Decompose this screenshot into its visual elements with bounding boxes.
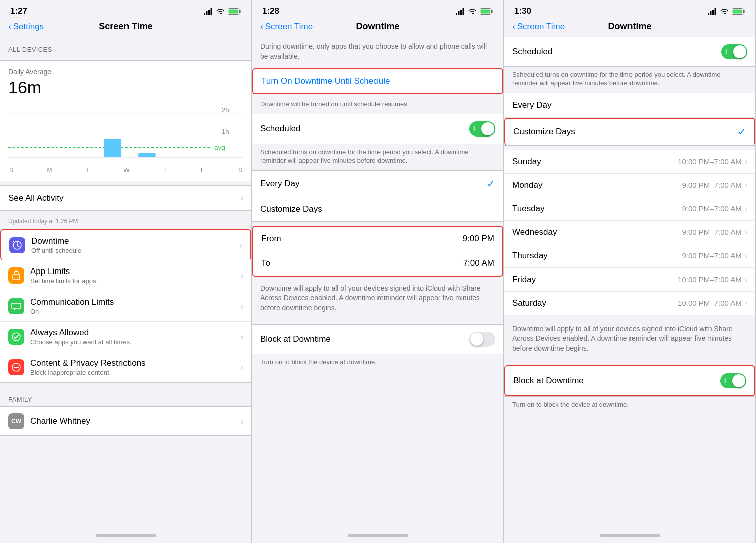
battery-icon bbox=[228, 8, 241, 15]
day-row-thursday[interactable]: Thursday 9:00 PM–7:00 AM › bbox=[504, 244, 755, 268]
back-button-1[interactable]: ‹ Settings bbox=[8, 22, 44, 32]
to-row[interactable]: To 7:00 AM bbox=[253, 251, 502, 276]
day-name-saturday: Saturday bbox=[512, 298, 546, 308]
to-label: To bbox=[261, 258, 270, 268]
back-button-2[interactable]: ‹ Screen Time bbox=[260, 22, 313, 32]
family-member-item[interactable]: CW Charlie Whitney › bbox=[0, 407, 251, 435]
day-name-sunday: Sunday bbox=[512, 157, 541, 167]
always-allowed-title: Always Allowed bbox=[30, 328, 236, 338]
home-bar-3 bbox=[600, 534, 660, 537]
panel-screen-time: 1:27 ‹ Set bbox=[0, 0, 252, 543]
day-name-tuesday: Tuesday bbox=[512, 204, 545, 214]
day-row-friday[interactable]: Friday 10:00 PM–7:00 AM › bbox=[504, 268, 755, 292]
every-day-option[interactable]: Every Day ✓ bbox=[252, 171, 503, 197]
downtime-text: Downtime Off until schedule bbox=[31, 236, 235, 254]
downtime-title: Downtime bbox=[31, 236, 235, 246]
day-row-sunday[interactable]: Sunday 10:00 PM–7:00 AM › bbox=[504, 150, 755, 174]
family-member-text: Charlie Whitney bbox=[30, 416, 236, 426]
every-day-option-3[interactable]: Every Day bbox=[504, 93, 755, 118]
content-privacy-icon bbox=[8, 359, 24, 375]
nav-bar-3: ‹ Screen Time Downtime bbox=[504, 19, 755, 37]
day-time-thursday: 9:00 PM–7:00 AM bbox=[682, 251, 741, 260]
content-3: Scheduled I Scheduled turns on downtime … bbox=[504, 37, 755, 528]
svg-rect-3 bbox=[211, 8, 212, 15]
day-name-wednesday: Wednesday bbox=[512, 227, 557, 237]
block-group-3: Block at Downtime I bbox=[504, 365, 755, 397]
comm-icon-svg bbox=[11, 302, 21, 310]
svg-text:2h: 2h bbox=[222, 106, 229, 113]
daily-avg-label: Daily Average bbox=[8, 68, 243, 76]
daily-avg-section: Daily Average 16m 2h 1h avg bbox=[0, 60, 251, 181]
status-icons-2 bbox=[456, 8, 493, 15]
see-all-activity[interactable]: See All Activity › bbox=[0, 185, 251, 211]
day-chevron-monday: › bbox=[745, 181, 747, 190]
day-time-wednesday: 9:00 PM–7:00 AM bbox=[682, 228, 741, 236]
svg-rect-17 bbox=[13, 275, 20, 280]
back-label-2[interactable]: Screen Time bbox=[265, 22, 313, 32]
home-bar-1 bbox=[96, 534, 156, 537]
day-row-monday[interactable]: Monday 9:00 PM–7:00 AM › bbox=[504, 174, 755, 197]
back-label-3[interactable]: Screen Time bbox=[517, 22, 565, 32]
block-toggle-3[interactable]: I bbox=[720, 373, 746, 388]
svg-rect-30 bbox=[712, 10, 714, 15]
comm-limits-item[interactable]: Communication Limits On › bbox=[0, 291, 251, 322]
status-time-3: 1:30 bbox=[514, 6, 531, 16]
block-toggle-2[interactable] bbox=[469, 332, 495, 347]
scheduled-row-3[interactable]: Scheduled I bbox=[504, 37, 755, 66]
status-icons-3 bbox=[708, 8, 745, 15]
content-privacy-text: Content & Privacy Restrictions Block ina… bbox=[30, 358, 236, 376]
turn-on-downtime-btn[interactable]: Turn On Downtime Until Schedule bbox=[252, 68, 503, 94]
status-time-1: 1:27 bbox=[10, 6, 27, 16]
from-value: 9:00 PM bbox=[463, 234, 494, 244]
scheduled-label-3: Scheduled bbox=[512, 47, 552, 57]
svg-rect-2 bbox=[208, 10, 210, 15]
nav-title-2: Downtime bbox=[356, 21, 399, 32]
app-limits-chevron: › bbox=[240, 270, 243, 281]
from-label: From bbox=[261, 234, 281, 244]
app-limits-item[interactable]: App Limits Set time limits for apps. › bbox=[0, 260, 251, 291]
signal-icon-2 bbox=[456, 8, 465, 15]
home-indicator-2 bbox=[252, 528, 503, 543]
section-label-all-devices: ALL DEVICES bbox=[0, 37, 251, 56]
from-row[interactable]: From 9:00 PM bbox=[253, 227, 502, 251]
turn-on-note: Downtime will be turned on until schedul… bbox=[252, 98, 503, 114]
content-privacy-chevron: › bbox=[240, 362, 243, 373]
block-row-2[interactable]: Block at Downtime bbox=[252, 325, 503, 354]
back-label-1[interactable]: Settings bbox=[13, 22, 44, 32]
day-row-tuesday[interactable]: Tuesday 9:00 PM–7:00 AM › bbox=[504, 197, 755, 221]
scheduled-row[interactable]: Scheduled I bbox=[252, 114, 503, 144]
day-chevron-friday: › bbox=[745, 275, 747, 284]
always-allowed-item[interactable]: Always Allowed Choose apps you want at a… bbox=[0, 322, 251, 352]
downtime-chevron: › bbox=[239, 240, 242, 251]
content-privacy-title: Content & Privacy Restrictions bbox=[30, 358, 236, 368]
scheduled-toggle[interactable]: I bbox=[469, 121, 495, 137]
family-avatar: CW bbox=[8, 413, 24, 429]
block-row-3[interactable]: Block at Downtime I bbox=[504, 365, 755, 396]
to-value: 7:00 AM bbox=[463, 258, 494, 268]
family-list: CW Charlie Whitney › bbox=[0, 406, 251, 436]
customize-days-option[interactable]: Customize Days bbox=[252, 197, 503, 221]
battery-icon-3 bbox=[732, 8, 745, 15]
svg-rect-34 bbox=[733, 9, 742, 13]
family-chevron: › bbox=[240, 416, 243, 427]
back-button-3[interactable]: ‹ Screen Time bbox=[512, 22, 565, 32]
svg-rect-27 bbox=[481, 9, 490, 13]
content-privacy-item[interactable]: Content & Privacy Restrictions Block ina… bbox=[0, 352, 251, 382]
day-row-saturday[interactable]: Saturday 10:00 PM–7:00 AM › bbox=[504, 292, 755, 315]
content-1: ALL DEVICES Daily Average 16m 2h 1h avg bbox=[0, 37, 251, 528]
day-time-saturday: 10:00 PM–7:00 AM bbox=[678, 299, 742, 307]
wifi-icon bbox=[216, 8, 225, 15]
scheduled-group-3: Scheduled I bbox=[504, 37, 755, 67]
customize-days-option-3[interactable]: Customize Days ✓ bbox=[504, 118, 755, 145]
scheduled-toggle-3[interactable]: I bbox=[721, 44, 747, 59]
svg-text:1h: 1h bbox=[222, 128, 229, 135]
back-chevron-3: ‹ bbox=[512, 22, 515, 32]
time-group: From 9:00 PM To 7:00 AM bbox=[252, 226, 503, 277]
svg-rect-0 bbox=[204, 13, 205, 15]
downtime-item[interactable]: Downtime Off until schedule › bbox=[0, 229, 251, 260]
nav-title-1: Screen Time bbox=[99, 21, 153, 32]
day-row-wednesday[interactable]: Wednesday 9:00 PM–7:00 AM › bbox=[504, 221, 755, 244]
block-label-2: Block at Downtime bbox=[260, 334, 331, 344]
day-name-friday: Friday bbox=[512, 275, 536, 285]
turn-on-label: Turn On Downtime Until Schedule bbox=[261, 76, 390, 86]
